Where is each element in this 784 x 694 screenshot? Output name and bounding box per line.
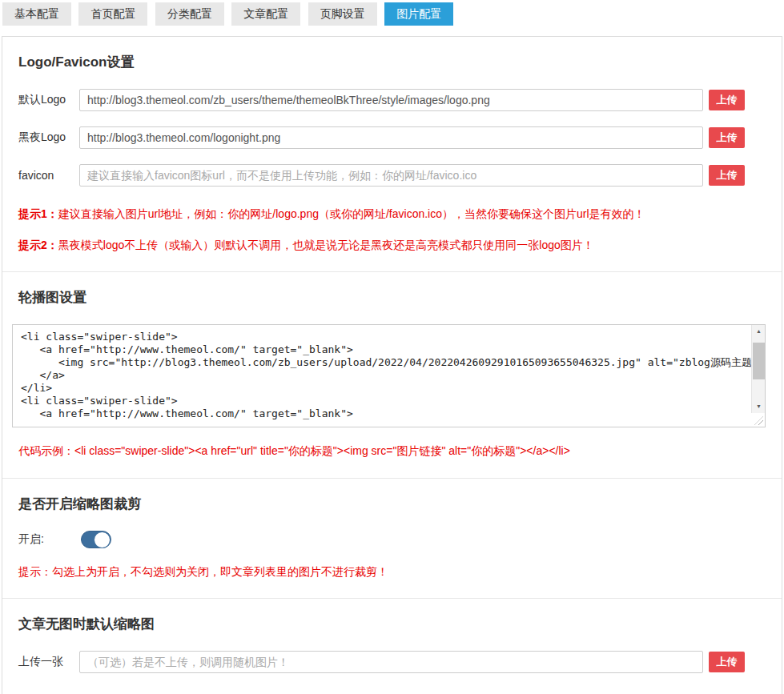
scrollbar-thumb[interactable] <box>753 343 765 379</box>
default-thumb-row: 上传一张 上传 <box>18 651 745 673</box>
logo-hint-2-label: 提示2： <box>18 239 58 251</box>
default-thumb-upload-button[interactable]: 上传 <box>709 652 745 672</box>
slider-code-example: 代码示例：<li class="swiper-slide"><a href="u… <box>18 444 766 459</box>
crop-toggle-row: 开启: <box>18 531 766 548</box>
default-logo-upload-button[interactable]: 上传 <box>709 90 745 110</box>
scroll-down-icon[interactable]: ▼ <box>752 400 766 413</box>
night-logo-upload-button[interactable]: 上传 <box>709 127 745 148</box>
section-slider: 轮播图设置 <li class="swiper-slide"> <a href=… <box>2 271 782 478</box>
tab-category-config[interactable]: 分类配置 <box>155 2 224 26</box>
slider-section-title: 轮播图设置 <box>18 288 766 307</box>
logo-hint-1-text: 建议直接输入图片url地址，例如：你的网址/logo.png（或你的网址/fav… <box>58 207 645 220</box>
section-default-thumbnail: 文章无图时默认缩略图 上传一张 上传 <box>2 598 782 692</box>
night-logo-label: 黑夜Logo <box>18 130 79 145</box>
textarea-vertical-scrollbar[interactable]: ▲ ▼ <box>751 325 765 413</box>
scroll-up-icon[interactable]: ▲ <box>752 325 766 338</box>
slider-example-code: <li class="swiper-slide"><a href="url" t… <box>74 444 570 457</box>
default-logo-input[interactable] <box>79 89 703 111</box>
logo-hint-2-text: 黑夜模式logo不上传（或输入）则默认不调用，也就是说无论是黑夜还是高亮模式都只… <box>58 239 594 251</box>
favicon-row: favicon 上传 <box>18 164 745 187</box>
tab-image-config[interactable]: 图片配置 <box>384 2 453 26</box>
favicon-input[interactable] <box>79 164 703 187</box>
slider-example-label: 代码示例： <box>18 444 74 457</box>
logo-hint-1: 提示1：建议直接输入图片url地址，例如：你的网址/logo.png（或你的网址… <box>18 207 766 222</box>
favicon-upload-button[interactable]: 上传 <box>709 165 745 186</box>
settings-tabbar: 基本配置 首页配置 分类配置 文章配置 页脚设置 图片配置 <box>0 0 784 26</box>
logo-hint-1-label: 提示1： <box>18 207 58 220</box>
tab-home-config[interactable]: 首页配置 <box>78 2 147 26</box>
default-thumb-label: 上传一张 <box>18 655 79 669</box>
default-logo-row: 默认Logo 上传 <box>18 89 745 111</box>
slider-code-textarea[interactable]: <li class="swiper-slide"> <a href="http:… <box>12 324 766 427</box>
resize-grip-icon[interactable] <box>751 413 765 427</box>
logo-hint-2: 提示2：黑夜模式logo不上传（或输入）则默认不调用，也就是说无论是黑夜还是高亮… <box>18 239 766 253</box>
crop-toggle-label: 开启: <box>18 532 81 547</box>
image-config-panel: Logo/Favicon设置 默认Logo 上传 黑夜Logo 上传 favic… <box>2 36 782 694</box>
night-logo-row: 黑夜Logo 上传 <box>18 126 745 149</box>
default-logo-label: 默认Logo <box>18 93 79 107</box>
logo-section-title: Logo/Favicon设置 <box>18 53 766 71</box>
favicon-label: favicon <box>18 169 79 182</box>
section-logo-favicon: Logo/Favicon设置 默认Logo 上传 黑夜Logo 上传 favic… <box>2 37 782 271</box>
night-logo-input[interactable] <box>79 126 703 149</box>
section-thumbnail-crop: 是否开启缩略图裁剪 开启: 提示：勾选上为开启，不勾选则为关闭，即文章列表里的图… <box>2 478 782 599</box>
toggle-knob <box>94 532 111 548</box>
crop-toggle-switch[interactable] <box>81 531 111 548</box>
crop-hint: 提示：勾选上为开启，不勾选则为关闭，即文章列表里的图片不进行裁剪！ <box>18 565 766 580</box>
default-thumb-section-title: 文章无图时默认缩略图 <box>18 615 766 633</box>
tab-basic-config[interactable]: 基本配置 <box>2 2 71 26</box>
default-thumb-input[interactable] <box>79 651 703 673</box>
slider-code-content: <li class="swiper-slide"> <a href="http:… <box>13 325 765 427</box>
tab-footer-config[interactable]: 页脚设置 <box>308 2 377 26</box>
crop-section-title: 是否开启缩略图裁剪 <box>18 495 766 513</box>
tab-article-config[interactable]: 文章配置 <box>231 2 300 26</box>
